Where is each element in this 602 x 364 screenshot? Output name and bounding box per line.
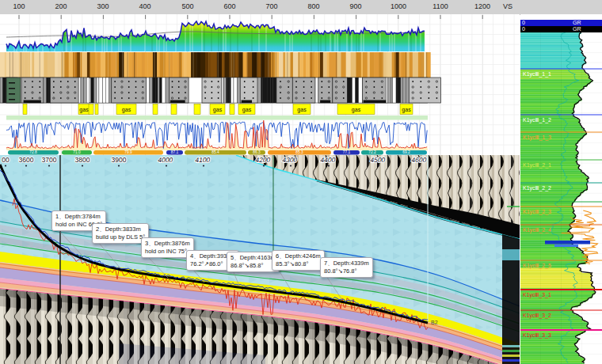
md-ruler-label: 4300 <box>282 156 299 164</box>
callout-title: 2、Depth:3833m <box>96 226 145 233</box>
inclination-value: 87.1 <box>171 150 179 154</box>
inclination-value: 72.2 <box>368 150 376 154</box>
gas-zone-label: gas <box>242 107 252 113</box>
callout-subtitle: 85.3°↘80.8° <box>276 260 321 268</box>
show-strip <box>6 116 428 120</box>
inclination-value: 69.2 <box>402 150 410 154</box>
vs-ruler-label: 700 <box>265 2 277 10</box>
gas-zone <box>23 104 27 115</box>
inclination-bar: 72.871.079.987.185.486.385.377.172.269.2 <box>8 150 427 155</box>
gas-zone-label: gas <box>79 107 89 113</box>
gr-header-1: 0 GR <box>520 20 602 26</box>
zone-label: K1ycⅢ_3_1 <box>523 292 551 298</box>
gas-zone <box>89 104 93 115</box>
zone-label: K1ycⅢ_2_5 <box>523 263 551 269</box>
gas-zone-label: gas <box>213 107 223 113</box>
callout-subtitle: build up by DLS 5° <box>96 233 145 241</box>
md-ruler-label: 3800 <box>75 156 90 164</box>
gas-zone-label: gas <box>402 107 411 113</box>
vs-ruler-label: 1100 <box>432 2 448 10</box>
vs-ruler-label: 1000 <box>391 2 406 10</box>
inclination-value: 79.9 <box>124 150 132 154</box>
callout-title: 6、Depth:4246m <box>276 252 321 260</box>
gas-zone-label: gas <box>122 107 131 113</box>
depth-callout[interactable]: 6、Depth:4246m85.3°↘80.8° <box>272 250 325 271</box>
md-ruler-label: 4500 <box>370 156 387 164</box>
vs-ruler-label: 300 <box>97 2 109 10</box>
gas-zone-label: gas <box>297 107 307 113</box>
gas-zone <box>153 104 158 115</box>
inclination-value: 77.1 <box>343 150 351 154</box>
zone-label: K1ycⅢ_2_3 <box>523 209 551 215</box>
callout-subtitle: hold on INC 75° <box>145 248 190 256</box>
gas-zone <box>194 104 200 115</box>
vs-ruler-label: 200 <box>55 2 67 10</box>
gas-zone-label: gas <box>352 107 361 113</box>
vs-ruler: 100200300400500600700800900100011001200V… <box>0 0 602 15</box>
target-label: B2 <box>431 320 438 325</box>
vs-ruler-label: VS <box>503 2 512 10</box>
depth-callout[interactable]: 7、Depth:4339m80.8°↘76.8° <box>320 257 373 278</box>
md-ruler-label: 4100 <box>195 156 211 164</box>
md-ruler-label: 4200 <box>255 156 272 164</box>
md-ruler-label: 4000 <box>158 156 174 164</box>
zone-label: K1ycⅢ_2_4 <box>523 227 551 233</box>
inclination-value: 85.3 <box>295 150 303 154</box>
gr-header-2-label: GR <box>573 26 581 32</box>
image-log-track <box>0 52 431 78</box>
gr-header-2: 0 GR <box>520 26 602 32</box>
zone-label: K1ycⅢ_1_2 <box>523 117 551 123</box>
vs-ruler-label: 500 <box>181 2 193 10</box>
gr-panel[interactable]: 0 GR 0 GR K1ycⅢ_1_1K1ycⅢ_1_2K1ycⅢ_1_3K1y… <box>520 14 602 364</box>
callout-title: 7、Depth:4339m <box>324 260 369 267</box>
inclination-value: 86.3 <box>253 150 261 154</box>
md-ruler-label: 4600 <box>411 156 428 164</box>
callout-title: 5、Depth:4163m <box>231 254 276 262</box>
gas-zone <box>230 104 234 115</box>
vs-ruler-label: 400 <box>139 2 150 10</box>
zone-label: K1ycⅢ_2_2 <box>523 185 551 191</box>
log-tracks-area[interactable]: gasgasgasgasgasgasgas72.871.079.987.185.… <box>0 14 520 155</box>
geosteering-app: 100200300400500600700800900100011001200V… <box>0 0 602 364</box>
inclination-value: 71.0 <box>73 150 81 154</box>
zone-label: K1ycⅢ_1_1 <box>523 71 551 78</box>
gr-header-2-min: 0 <box>522 26 525 32</box>
inclination-value: 72.8 <box>29 150 37 154</box>
gas-zone <box>95 104 98 115</box>
zone-label: K1ycⅢ_1_3 <box>523 135 551 141</box>
zone-label: K1ycⅢ_3_3 <box>523 332 551 339</box>
gr-header-1-label: GR <box>573 20 581 26</box>
lithology-track <box>0 78 440 103</box>
md-ruler-label: 3600 <box>19 156 34 164</box>
md-ruler-label: 3900 <box>112 156 127 164</box>
md-ruler-label: 4400 <box>320 156 337 164</box>
zone-label: K1ycⅢ_2_1 <box>523 162 551 169</box>
inclination-value: 85.4 <box>211 150 219 154</box>
vs-ruler-label: 100 <box>13 2 25 10</box>
gr-header-1-min: 0 <box>522 20 525 26</box>
vs-ruler-label: 800 <box>307 2 319 10</box>
vs-ruler-label: 900 <box>349 2 361 10</box>
md-ruler-label: 00 <box>2 156 10 164</box>
callout-title: 1、Depth:3784m <box>55 213 102 221</box>
gas-track: gasgasgasgasgasgasgas <box>23 104 413 115</box>
callout-subtitle: 80.8°↘76.8° <box>324 267 369 275</box>
zone-label: K1ycⅢ_3_2 <box>523 313 551 319</box>
vs-ruler-label: 600 <box>223 2 235 10</box>
vs-ruler-label: 1200 <box>474 2 490 10</box>
callout-title: 3、Depth:3876m <box>145 240 190 248</box>
md-ruler-label: 3700 <box>42 156 57 164</box>
callout-subtitle: 86.8°↘85.8° <box>231 262 276 270</box>
gas-zone <box>171 104 177 115</box>
